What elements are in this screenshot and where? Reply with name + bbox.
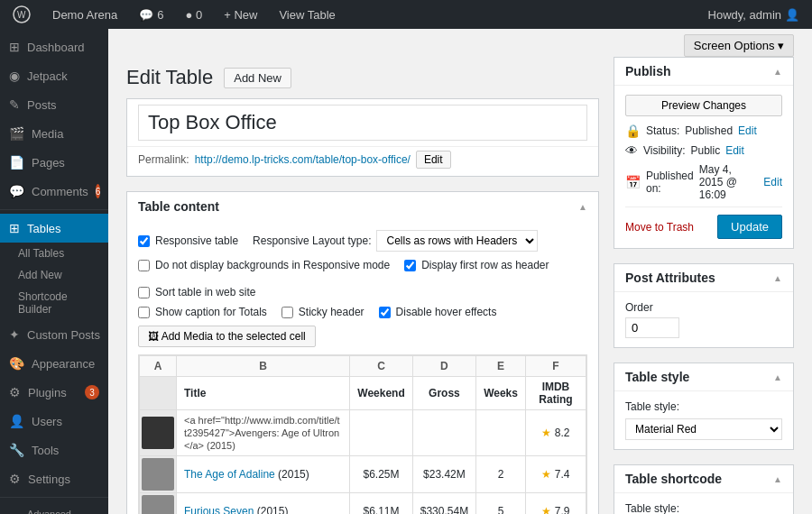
no-bg-checkbox[interactable] [138,260,150,271]
sidebar-item-custom-posts[interactable]: ✦ Custom Posts [0,320,108,349]
table-content-header[interactable]: Table content ▲ [127,192,598,221]
sidebar-item-plugins[interactable]: ⚙ Plugins 3 [0,378,108,407]
view-table-item[interactable]: View Table [273,0,340,29]
rating-value: 7.4 [555,468,570,481]
visibility-label: Visibility: [643,144,685,157]
visibility-edit-link[interactable]: Edit [725,144,744,157]
wp-logo-item[interactable]: W [7,0,36,29]
submenu-label: All Tables [18,247,64,260]
sidebar-item-settings[interactable]: ⚙ Settings [0,464,108,493]
layout-select[interactable]: Cells as rows with Headers [376,230,538,252]
responsive-label: Responsive table [155,234,238,247]
sidebar-item-comments[interactable]: 💬 Comments 6 [0,177,108,206]
gross-cell: $23.42M [412,456,475,493]
table-row: Furious Seven (2015) $6.11M $330.54M 5 ★ [140,493,586,515]
comments-item[interactable]: 💬 6 [134,0,169,29]
visibility-row: 👁 Visibility: Public Edit [625,143,782,158]
sidebar-item-posts[interactable]: ✎ Posts [0,90,108,119]
table-row: The Age of Adaline (2015) $6.25M $23.42M… [140,456,586,493]
col-header-d: D [412,356,475,377]
permalink-link[interactable]: http://demo.lp-tricks.com/table/top-box-… [195,153,411,166]
responsive-checkbox[interactable] [138,235,150,247]
new-item[interactable]: + New [218,0,263,29]
status-edit-link[interactable]: Edit [738,124,757,137]
post-attributes-header[interactable]: Post Attributes ▲ [614,264,793,292]
site-name-item[interactable]: Demo Arena [47,0,123,29]
sidebar-item-jetpack[interactable]: ◉ Jetpack [0,61,108,90]
visibility-icon: 👁 [625,143,638,158]
rating-cell: ★ 7.9 [525,493,586,515]
table-style-select[interactable]: Material Red [625,418,782,440]
weeks-cell: 2 [476,456,526,493]
main-content: Screen Options ▾ Edit Table Add New Perm… [108,29,812,514]
sidebar-submenu-add-new[interactable]: Add New [0,264,108,286]
sidebar-item-pages[interactable]: 📄 Pages [0,148,108,177]
admin-menu: ⊞ Dashboard ◉ Jetpack ✎ Posts 🎬 Media 📄 … [0,29,108,514]
site-name: Demo Arena [52,8,117,22]
sidebar-item-users[interactable]: 👤 Users [0,407,108,436]
sidebar-item-appearance[interactable]: 🎨 Appearance [0,349,108,378]
order-input[interactable] [625,317,679,338]
table-style-header[interactable]: Table style ▲ [614,363,793,391]
table-shortcode-body: Table style: Material Red [lptw_table id… [614,493,793,514]
row-num [140,493,177,515]
sort-checkbox[interactable] [138,287,150,298]
rating-cell: ★ 8.2 [525,410,586,456]
status-row: 🔒 Status: Published Edit [625,124,782,138]
add-media-button[interactable]: 🖼 Add Media to the selected cell [138,326,316,347]
comments-badge: 6 [96,184,101,198]
screen-options-bar: Screen Options ▾ [108,29,812,57]
movie-thumbnail [142,417,174,449]
sidebar-item-label: Media [32,127,63,141]
first-row-checkbox[interactable] [404,260,416,271]
calendar-icon: 📅 [625,175,641,189]
permalink-edit-button[interactable]: Edit [416,151,451,169]
sidebar-item-tools[interactable]: 🔧 Tools [0,436,108,464]
add-new-button[interactable]: Add New [224,68,291,88]
settings-icon: ⚙ [9,472,21,486]
update-button[interactable]: Update [717,215,782,239]
weekend-cell [350,410,412,456]
dashboard-icon: ⊞ [9,40,20,54]
gross-cell [412,410,475,456]
plus-zero-item[interactable]: ● 0 [180,0,208,29]
caption-checkbox[interactable] [138,307,150,318]
col-subheader-gross: Gross [412,377,475,410]
add-media-label: Add Media to the selected cell [161,330,306,343]
sidebar-item-media[interactable]: 🎬 Media [0,119,108,148]
published-label: Published on: [646,170,694,195]
sidebar-item-dashboard[interactable]: ⊞ Dashboard [0,32,108,61]
col-subheader-rating: IMDB Rating [525,377,586,410]
new-label: + New [224,8,257,22]
tools-icon: 🔧 [9,443,24,457]
movie-link[interactable]: The Age of Adaline [184,468,275,481]
sidebar-item-advanced-recent-posts[interactable]: ❋ Advanced Recent Posts [0,501,108,514]
row-num [140,410,177,456]
col-header-c: C [350,356,412,377]
move-trash-link[interactable]: Move to Trash [625,221,694,234]
status-icon: 🔒 [625,124,641,138]
howdy-item[interactable]: Howdy, admin 👤 [703,0,805,29]
sidebar-item-label: Settings [28,473,70,486]
table-style-body: Table style: Material Red [614,391,793,449]
publish-box-header[interactable]: Publish ▲ [614,58,793,86]
table-shortcode-header[interactable]: Table shortcode ▲ [614,465,793,493]
hover-checkbox[interactable] [379,307,391,318]
menu-sep-2 [0,497,108,498]
weeks-cell: 5 [476,493,526,515]
preview-changes-button[interactable]: Preview Changes [625,95,782,116]
no-bg-group: Do not display backgrounds in Responsive… [138,259,390,271]
data-table: A B C D E F Title [139,355,586,514]
screen-options-button[interactable]: Screen Options ▾ [684,34,794,57]
tables-icon: ⊞ [9,221,20,235]
appearance-icon: 🎨 [9,356,24,371]
movie-link[interactable]: Furious Seven [184,505,254,514]
sidebar-item-tables[interactable]: ⊞ Tables [0,214,108,243]
menu-sep-1 [0,209,108,210]
sidebar-submenu-all-tables[interactable]: All Tables [0,243,108,264]
published-edit-link[interactable]: Edit [763,176,782,188]
post-title-input[interactable] [138,105,587,141]
sticky-checkbox[interactable] [281,307,293,318]
table-style-title: Table style [625,370,689,384]
sidebar-submenu-shortcode[interactable]: Shortcode Builder [0,286,108,320]
